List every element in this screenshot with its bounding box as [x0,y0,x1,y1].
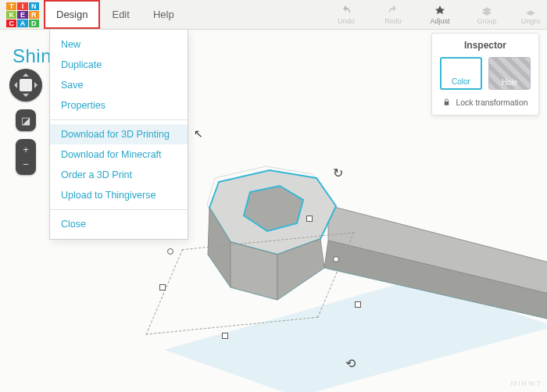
orbit-cube[interactable] [9,69,42,102]
adjust-icon [433,5,447,17]
dd-close[interactable]: Close [50,214,188,234]
rotate-handle[interactable]: ↻ [333,166,343,180]
zoom-out-button[interactable]: − [23,159,29,169]
dd-download-minecraft[interactable]: Download for Minecraft [50,144,188,165]
menu-help[interactable]: Help [141,0,186,29]
cursor-icon: ↖ [194,127,203,140]
resize-handle[interactable] [167,248,173,255]
undo-button[interactable]: Undo [330,5,363,25]
dropdown-separator [50,119,188,120]
rotate-handle[interactable]: ⟲ [345,356,356,371]
undo-icon [339,5,353,17]
home-view-button[interactable]: ◪ [16,109,36,131]
resize-handle[interactable] [306,216,313,222]
group-icon [480,5,494,17]
lock-icon [442,98,451,107]
dd-save[interactable]: Save [50,75,188,95]
resize-handle[interactable] [222,333,228,339]
zoom-in-button[interactable]: + [23,144,29,155]
dd-order-3d-print[interactable]: Order a 3D Print [50,165,188,185]
adjust-button[interactable]: Adjust [424,5,456,25]
dd-download-3d-printing[interactable]: Download for 3D Printing ↖ [50,124,188,144]
watermark: MINWT [511,380,543,387]
ungroup-icon [524,5,538,17]
redo-icon [386,5,400,17]
view-controls: ◪ + − [9,69,42,175]
zoom-buttons: + − [16,139,36,175]
resize-handle[interactable] [159,284,166,290]
menu-edit[interactable]: Edit [100,0,141,29]
dropdown-separator [50,209,188,210]
dd-new[interactable]: New [50,34,188,55]
lock-transformation-toggle[interactable]: Lock transformation [440,98,531,107]
dd-duplicate[interactable]: Duplicate [50,55,188,75]
menubar: T I N K E R C A D Design Edit Help Undo … [0,0,547,30]
app-logo[interactable]: T I N K E R C A D [6,2,39,27]
design-dropdown: New Duplicate Save Properties Download f… [49,30,188,240]
menu-design[interactable]: Design [44,0,100,29]
dd-upload-thingiverse[interactable]: Upload to Thingiverse [50,185,188,205]
inspector-title: Inspector [440,40,531,51]
resize-handle[interactable] [333,256,339,262]
dd-properties[interactable]: Properties [50,95,188,116]
redo-button[interactable]: Redo [377,5,409,25]
inspector-panel: Inspector Color Hole Lock transformation [431,33,539,116]
model-shape[interactable]: ↻ ⟲ [133,131,547,392]
inspector-hole-swatch[interactable]: Hole [488,57,531,90]
inspector-color-swatch[interactable]: Color [440,57,482,90]
ungroup-button[interactable]: Ungro [517,5,544,25]
cube-icon: ◪ [21,116,30,126]
resize-handle[interactable] [355,301,361,308]
group-button[interactable]: Group [470,5,503,25]
